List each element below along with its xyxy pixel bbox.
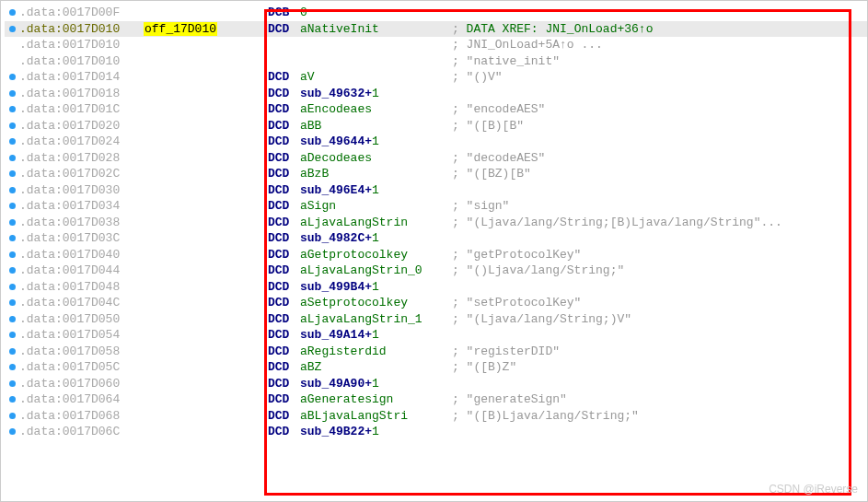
symbol[interactable]: aBB [300,119,321,133]
operand[interactable]: sub_49644+1 [300,134,452,148]
breakpoint-gutter[interactable] [5,299,19,306]
disasm-row[interactable]: .data:0017D014DCDaV; "()V" [5,69,867,86]
breakpoint-gutter[interactable] [5,155,19,161]
breakpoint-gutter[interactable] [5,106,19,112]
operand[interactable]: aNativeInit [300,22,452,36]
address[interactable]: .data:0017D040 [19,248,144,262]
breakpoint-gutter[interactable] [5,90,19,97]
breakpoint-gutter[interactable] [5,348,19,355]
address[interactable]: .data:0017D05C [19,360,144,374]
disasm-row[interactable]: .data:0017D058DCDaRegisterdid; "register… [5,344,867,360]
disasm-row[interactable]: .data:0017D068DCDaBLjavaLangStri; "([B)L… [5,408,867,425]
address[interactable]: .data:0017D058 [19,344,144,358]
operand[interactable]: aBB [300,119,452,133]
operand[interactable]: aSign [300,199,452,213]
disasm-row[interactable]: .data:0017D044DCDaLjavaLangStrin_0; "()L… [5,263,867,279]
operand[interactable]: aDecodeaes [300,151,452,165]
disasm-row[interactable]: .data:0017D010off_17D010DCDaNativeInit; … [5,21,867,38]
address[interactable]: .data:0017D010 [19,54,144,68]
operand[interactable]: sub_49A90+1 [300,377,452,391]
symbol[interactable]: aDecodeaes [300,151,372,165]
address[interactable]: .data:0017D018 [19,87,144,100]
operand[interactable]: aLjavaLangStrin_1 [300,312,452,326]
operand[interactable]: sub_496E4+1 [300,183,452,197]
address[interactable]: .data:0017D014 [19,70,144,84]
breakpoint-gutter[interactable] [5,380,19,387]
address[interactable]: .data:0017D04C [19,296,144,309]
disasm-row[interactable]: .data:0017D034DCDaSign; "sign" [5,198,867,215]
symbol[interactable]: aSetprotocolkey [300,296,408,309]
address[interactable]: .data:0017D048 [19,280,144,294]
operand[interactable]: aBZ [300,360,452,374]
symbol[interactable]: aLjavaLangStrin [300,216,408,229]
address[interactable]: .data:0017D064 [19,392,144,406]
operand[interactable]: aSetprotocolkey [300,296,452,309]
breakpoint-gutter[interactable] [5,332,19,338]
breakpoint-gutter[interactable] [5,235,19,241]
address[interactable]: .data:0017D06C [19,425,144,438]
address[interactable]: .data:0017D024 [19,134,144,148]
symbol[interactable]: sub_49A14 [300,328,365,342]
symbol[interactable]: sub_49A90 [300,377,365,391]
disasm-row[interactable]: .data:0017D05CDCDaBZ; "([B)Z" [5,359,867,376]
address[interactable]: .data:0017D028 [19,151,144,165]
operand[interactable]: sub_49632+1 [300,87,452,100]
breakpoint-gutter[interactable] [5,219,19,226]
disasm-row[interactable]: .data:0017D038DCDaLjavaLangStrin; "(Ljav… [5,215,867,231]
disasm-row[interactable]: .data:0017D010; "native_init" [5,53,867,70]
operand[interactable]: aLjavaLangStrin [300,216,452,229]
address[interactable]: .data:0017D050 [19,312,144,326]
symbol[interactable]: aBZ [300,360,321,374]
breakpoint-gutter[interactable] [5,123,19,129]
disasm-row[interactable]: .data:0017D020DCDaBB; "([B)[B" [5,118,867,134]
breakpoint-gutter[interactable] [5,284,19,290]
breakpoint-gutter[interactable] [5,170,19,177]
address[interactable]: .data:0017D054 [19,328,144,342]
disasm-row[interactable]: .data:0017D028DCDaDecodeaes; "decodeAES" [5,150,867,167]
operand[interactable]: aLjavaLangStrin_0 [300,263,452,277]
address[interactable]: .data:0017D010 [19,22,144,36]
breakpoint-gutter[interactable] [5,251,19,258]
breakpoint-gutter[interactable] [5,413,19,419]
address[interactable]: .data:0017D030 [19,183,144,197]
breakpoint-gutter[interactable] [5,26,19,32]
address[interactable]: .data:0017D020 [19,119,144,133]
disasm-row[interactable]: .data:0017D054DCDsub_49A14+1 [5,327,867,344]
disasm-row[interactable]: .data:0017D04CDCDaSetprotocolkey; "setPr… [5,295,867,311]
operand[interactable]: aV [300,70,452,84]
breakpoint-gutter[interactable] [5,74,19,80]
disasm-row[interactable]: .data:0017D040DCDaGetprotocolkey; "getPr… [5,247,867,263]
symbol[interactable]: aGeneratesign [300,392,393,406]
address[interactable]: .data:0017D01C [19,102,144,116]
symbol[interactable]: sub_49632 [300,87,365,100]
disasm-row[interactable]: .data:0017D02CDCDaBzB; "([BZ)[B" [5,166,867,182]
symbol[interactable]: aGetprotocolkey [300,248,408,262]
label[interactable]: off_17D010 [144,22,268,36]
disasm-row[interactable]: .data:0017D064DCDaGeneratesign; "generat… [5,391,867,408]
disasm-row[interactable]: .data:0017D00FDCB0 [5,5,867,21]
breakpoint-gutter[interactable] [5,396,19,403]
address[interactable]: .data:0017D060 [19,377,144,391]
breakpoint-gutter[interactable] [5,203,19,209]
disasm-row[interactable]: .data:0017D048DCDsub_499B4+1 [5,279,867,296]
breakpoint-gutter[interactable] [5,364,19,370]
symbol[interactable]: aV [300,70,315,84]
symbol[interactable]: sub_49644 [300,134,365,148]
operand[interactable]: aRegisterdid [300,344,452,358]
breakpoint-gutter[interactable] [5,9,19,16]
address[interactable]: .data:0017D034 [19,199,144,213]
disasm-row[interactable]: .data:0017D018DCDsub_49632+1 [5,86,867,102]
disasm-row[interactable]: .data:0017D010; JNI_OnLoad+5A↑o ... [5,37,867,53]
breakpoint-gutter[interactable] [5,187,19,193]
symbol[interactable]: aBLjavaLangStri [300,409,408,423]
operand[interactable]: aBzB [300,167,452,181]
disasm-row[interactable]: .data:0017D024DCDsub_49644+1 [5,134,867,150]
address[interactable]: .data:0017D068 [19,409,144,423]
symbol[interactable]: sub_496E4 [300,183,365,197]
disasm-row[interactable]: .data:0017D060DCDsub_49A90+1 [5,376,867,392]
symbol[interactable]: sub_49B22 [300,425,365,438]
address[interactable]: .data:0017D03C [19,231,144,245]
symbol[interactable]: aLjavaLangStrin_0 [300,263,422,277]
symbol[interactable]: aLjavaLangStrin_1 [300,312,422,326]
address[interactable]: .data:0017D02C [19,167,144,181]
